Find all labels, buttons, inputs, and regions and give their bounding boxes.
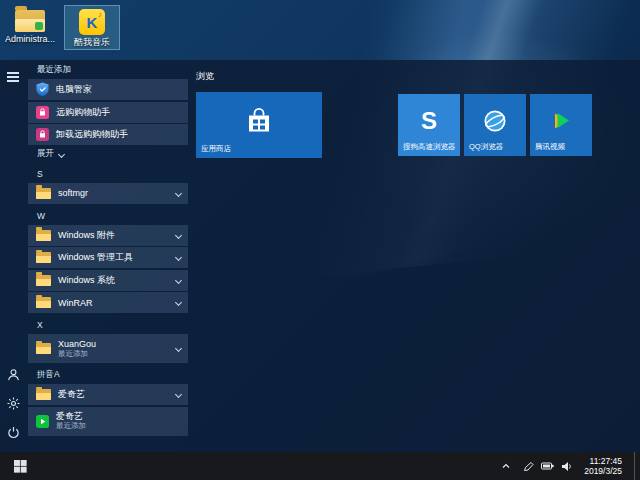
folder-icon xyxy=(36,230,51,241)
start-menu: 最近添加 电脑管家 远购购物助手 卸载远购购物助手 xyxy=(0,60,640,452)
chevron-down-icon xyxy=(175,231,182,238)
chevron-down-icon xyxy=(175,345,182,352)
folder-icon xyxy=(36,252,51,263)
volume-icon xyxy=(561,461,573,472)
chevron-up-icon xyxy=(501,461,511,471)
folder-icon xyxy=(36,188,51,199)
tile-qq-browser[interactable]: QQ浏览器 xyxy=(464,94,526,156)
folder-icon xyxy=(36,275,51,286)
qq-browser-icon xyxy=(483,109,507,133)
folder-icon xyxy=(36,297,51,308)
clock-date: 2019/3/25 xyxy=(584,466,622,476)
folder-icon xyxy=(36,389,51,400)
desktop-icon-area: Administra... K ♪ 酷我音乐 xyxy=(2,5,120,50)
user-account-button[interactable] xyxy=(0,362,26,386)
desktop-icon-administrator[interactable]: Administra... xyxy=(2,5,58,50)
taskbar-clock[interactable]: 11:27:45 2019/3/25 xyxy=(584,456,622,476)
folder-item-iqiyi[interactable]: 爱奇艺 xyxy=(28,384,188,405)
hamburger-icon xyxy=(7,72,19,82)
battery-icon xyxy=(541,461,554,471)
hidden-icons-button[interactable] xyxy=(501,461,511,471)
start-menu-rail xyxy=(0,60,26,452)
recently-added-sublabel: 最近添加 xyxy=(58,349,96,359)
windows-logo-icon xyxy=(14,460,27,473)
system-tray: 11:27:45 2019/3/25 xyxy=(501,452,640,480)
group-header-label: X xyxy=(37,320,43,330)
battery-tray-button[interactable] xyxy=(541,461,554,471)
taskbar: 11:27:45 2019/3/25 xyxy=(0,452,640,480)
store-icon xyxy=(244,108,274,135)
app-item-label: 卸载远购购物助手 xyxy=(56,128,128,141)
chevron-down-icon xyxy=(175,299,182,306)
tile-sogou-browser[interactable]: S 搜狗高速浏览器 xyxy=(398,94,460,156)
pen-icon xyxy=(523,461,534,472)
expand-button[interactable]: 展开 xyxy=(28,147,188,162)
chevron-down-icon xyxy=(175,391,182,398)
folder-item-label: Windows 附件 xyxy=(58,229,115,242)
tile-app-store[interactable]: 应用商店 xyxy=(196,92,322,158)
tencent-video-icon xyxy=(549,109,573,133)
app-item-yuangou-assistant[interactable]: 远购购物助手 xyxy=(28,102,188,123)
volume-tray-button[interactable] xyxy=(561,461,573,472)
shopping-bag-icon xyxy=(36,106,49,119)
app-item-label: 远购购物助手 xyxy=(56,106,110,119)
kuwo-music-icon: K ♪ xyxy=(79,9,105,35)
power-icon xyxy=(7,426,20,439)
app-item-pc-manager[interactable]: 电脑管家 xyxy=(28,79,188,100)
gear-icon xyxy=(7,397,20,410)
settings-button[interactable] xyxy=(0,391,26,415)
folder-item-label: 爱奇艺 xyxy=(58,388,85,401)
app-item-label: 电脑管家 xyxy=(56,83,92,96)
folder-item-label: Windows 管理工具 xyxy=(58,251,133,264)
show-desktop-button[interactable] xyxy=(634,452,638,480)
start-button[interactable] xyxy=(0,452,40,480)
group-header-label: 最近添加 xyxy=(37,64,71,76)
iqiyi-icon xyxy=(36,415,49,428)
desktop-icon-kuwo-music[interactable]: K ♪ 酷我音乐 xyxy=(64,5,120,50)
group-header-x[interactable]: X xyxy=(28,319,188,331)
clock-time: 11:27:45 xyxy=(584,456,622,466)
folder-item-windows-system[interactable]: Windows 系统 xyxy=(28,270,188,291)
folder-item-softmgr[interactable]: softmgr xyxy=(28,183,188,204)
app-list: 最近添加 电脑管家 远购购物助手 卸载远购购物助手 xyxy=(28,64,188,437)
user-icon xyxy=(7,368,20,381)
group-header-label: 拼音A xyxy=(37,369,60,381)
chevron-down-icon xyxy=(175,276,182,283)
user-folder-icon xyxy=(15,10,45,32)
menu-hamburger-button[interactable] xyxy=(0,60,26,84)
app-item-uninstall-yuangou[interactable]: 卸载远购购物助手 xyxy=(28,124,188,145)
folder-item-label: Windows 系统 xyxy=(58,274,115,287)
group-header-label: S xyxy=(37,169,43,179)
shield-icon xyxy=(36,82,49,97)
desktop-icon-label: Administra... xyxy=(5,34,55,44)
expand-label: 展开 xyxy=(37,148,54,160)
sogou-icon: S xyxy=(421,107,437,135)
tile-label: 腾讯视频 xyxy=(535,142,565,152)
pen-tray-button[interactable] xyxy=(523,461,534,472)
folder-item-xuangou[interactable]: XuanGou 最近添加 xyxy=(28,334,188,363)
recently-added-sublabel: 最近添加 xyxy=(56,421,86,431)
tile-section-header: 浏览 xyxy=(196,70,214,83)
folder-item-winrar[interactable]: WinRAR xyxy=(28,292,188,313)
tile-tencent-video[interactable]: 腾讯视频 xyxy=(530,94,592,156)
folder-item-label: XuanGou xyxy=(58,339,96,349)
chevron-down-icon xyxy=(175,189,182,196)
chevron-down-icon xyxy=(58,150,65,157)
app-item-iqiyi[interactable]: 爱奇艺 最近添加 xyxy=(28,407,188,436)
tile-label: 搜狗高速浏览器 xyxy=(403,142,456,152)
folder-item-windows-admin-tools[interactable]: Windows 管理工具 xyxy=(28,247,188,268)
group-header-pinyin-a[interactable]: 拼音A xyxy=(28,369,188,381)
group-header-label: W xyxy=(37,211,45,221)
tile-label: 应用商店 xyxy=(201,144,231,154)
power-button[interactable] xyxy=(0,420,26,444)
group-header-recently-added[interactable]: 最近添加 xyxy=(28,64,188,76)
group-header-s[interactable]: S xyxy=(28,168,188,180)
group-header-w[interactable]: W xyxy=(28,210,188,222)
app-item-label: 爱奇艺 xyxy=(56,411,86,421)
tile-label: QQ浏览器 xyxy=(469,142,503,152)
folder-item-windows-accessories[interactable]: Windows 附件 xyxy=(28,225,188,246)
folder-icon xyxy=(36,343,51,354)
desktop: Administra... K ♪ 酷我音乐 xyxy=(0,0,640,480)
shopping-bag-icon xyxy=(36,128,49,141)
folder-item-label: softmgr xyxy=(58,188,88,198)
